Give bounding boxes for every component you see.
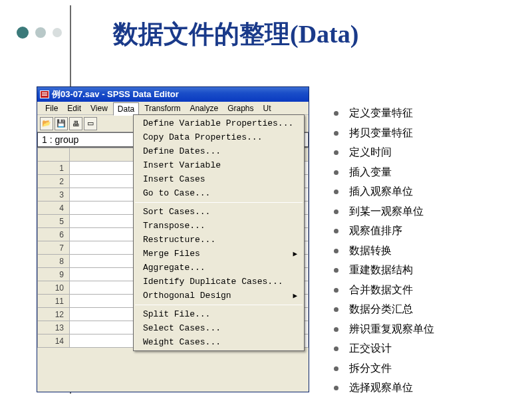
menuitem-label: Split File...: [143, 309, 210, 319]
menu-ut[interactable]: Ut: [259, 102, 275, 114]
menuitem-copy-data-properties[interactable]: Copy Data Properties...: [134, 130, 304, 144]
row-header[interactable]: 6: [38, 228, 70, 241]
row-header[interactable]: 11: [38, 295, 70, 308]
submenu-arrow-icon: ▶: [293, 291, 297, 300]
menuitem-label: Transpose...: [143, 221, 205, 231]
menuitem-label: Go to Case...: [143, 188, 210, 198]
menu-file[interactable]: File: [41, 102, 62, 114]
window-title: 例03-07.sav - SPSS Data Editor: [52, 88, 179, 100]
bullet-item: 观察值排序: [334, 224, 434, 238]
menuitem-transpose[interactable]: Transpose...: [134, 219, 304, 233]
menuitem-orthogonal-design[interactable]: Orthogonal Design▶: [134, 289, 304, 303]
menuitem-aggregate[interactable]: Aggregate...: [134, 261, 304, 275]
row-header[interactable]: 9: [38, 268, 70, 281]
save-icon[interactable]: 💾: [55, 117, 68, 130]
bullet-item: 正交设计: [334, 342, 434, 356]
menuitem-label: Sort Cases...: [143, 207, 210, 217]
bullet-item: 数据转换: [334, 244, 434, 258]
menuitem-insert-cases[interactable]: Insert Cases: [134, 172, 304, 186]
menuitem-label: Insert Cases: [143, 174, 205, 184]
bullet-item: 定义时间: [334, 146, 434, 160]
menuitem-label: Identify Duplicate Cases...: [143, 277, 283, 287]
grid-corner[interactable]: [38, 148, 70, 162]
bullet-item: 定义变量特征: [334, 106, 434, 120]
dialog-icon[interactable]: ▭: [84, 117, 97, 130]
bullet-item: 数据分类汇总: [334, 303, 434, 317]
print-icon[interactable]: 🖶: [69, 117, 82, 130]
menuitem-go-to-case[interactable]: Go to Case...: [134, 186, 304, 200]
menu-graphs[interactable]: Graphs: [223, 102, 257, 114]
open-icon[interactable]: 📂: [40, 117, 53, 130]
row-header[interactable]: 1: [38, 162, 70, 175]
app-icon: [40, 90, 49, 98]
menu-analyze[interactable]: Analyze: [186, 102, 222, 114]
menuitem-split-file[interactable]: Split File...: [134, 307, 304, 321]
menuitem-select-cases[interactable]: Select Cases...: [134, 321, 304, 335]
menu-transform[interactable]: Transform: [140, 102, 184, 114]
row-header[interactable]: 4: [38, 201, 70, 215]
bullet-item: 插入观察单位: [334, 185, 434, 199]
menu-separator: [135, 305, 303, 305]
bullet-item: 合并数据文件: [334, 283, 434, 297]
menuitem-label: Orthogonal Design: [143, 291, 231, 301]
slide-title: 数据文件的整理(Data): [113, 17, 358, 51]
row-header[interactable]: 8: [38, 255, 70, 268]
menuitem-label: Merge Files: [143, 249, 200, 259]
bullet-item: 拷贝变量特征: [334, 126, 434, 140]
row-header[interactable]: 13: [38, 321, 70, 334]
bullet-item: 拆分文件: [334, 362, 434, 376]
menu-data[interactable]: Data: [113, 102, 139, 116]
bullet-item: 选择观察单位: [334, 381, 434, 395]
menuitem-sort-cases[interactable]: Sort Cases...: [134, 205, 304, 219]
menuitem-label: Select Cases...: [143, 323, 221, 333]
titlebar[interactable]: 例03-07.sav - SPSS Data Editor: [37, 87, 309, 102]
row-header[interactable]: 2: [38, 175, 70, 188]
bullet-item: 辨识重复观察单位: [334, 323, 434, 336]
menu-separator: [135, 202, 303, 203]
menubar[interactable]: FileEditViewDataTransformAnalyzeGraphsUt: [37, 102, 309, 115]
menu-view[interactable]: View: [86, 102, 112, 114]
bullet-item: 重建数据结构: [334, 263, 434, 277]
menuitem-label: Aggregate...: [143, 263, 205, 273]
row-header[interactable]: 10: [38, 281, 70, 295]
bullet-list: 定义变量特征拷贝变量特征定义时间插入变量插入观察单位到某一观察单位观察值排序数据…: [334, 106, 434, 399]
row-header[interactable]: 7: [38, 241, 70, 255]
bullet-item: 到某一观察单位: [334, 205, 434, 219]
menuitem-label: Insert Variable: [143, 160, 221, 170]
menuitem-label: Restructure...: [143, 235, 215, 245]
row-header[interactable]: 14: [38, 334, 70, 348]
menuitem-weight-cases[interactable]: Weight Cases...: [134, 335, 304, 349]
menuitem-merge-files[interactable]: Merge Files▶: [134, 247, 304, 261]
menuitem-label: Weight Cases...: [143, 337, 221, 347]
menuitem-label: Define Dates...: [143, 146, 221, 156]
row-header[interactable]: 3: [38, 188, 70, 201]
bullet-item: 插入变量: [334, 166, 434, 180]
menu-edit[interactable]: Edit: [63, 102, 85, 114]
menuitem-define-dates[interactable]: Define Dates...: [134, 144, 304, 158]
row-header[interactable]: 5: [38, 215, 70, 228]
row-header[interactable]: 12: [38, 308, 70, 321]
menuitem-identify-duplicate-cases[interactable]: Identify Duplicate Cases...: [134, 275, 304, 289]
menuitem-restructure[interactable]: Restructure...: [134, 233, 304, 247]
decorative-dots: [17, 27, 62, 39]
menuitem-define-variable-properties[interactable]: Define Variable Properties...: [134, 116, 304, 130]
submenu-arrow-icon: ▶: [293, 249, 297, 258]
data-menu-dropdown[interactable]: Define Variable Properties...Copy Data P…: [133, 114, 305, 351]
menuitem-label: Define Variable Properties...: [143, 118, 293, 128]
menuitem-label: Copy Data Properties...: [143, 132, 262, 142]
menuitem-insert-variable[interactable]: Insert Variable: [134, 158, 304, 172]
